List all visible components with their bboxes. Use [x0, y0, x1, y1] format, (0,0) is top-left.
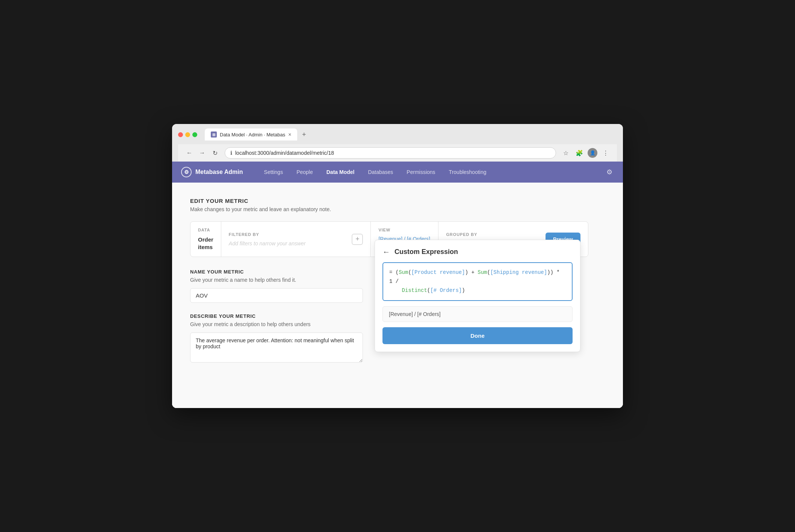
qb-filter-section: FILTERED BY Add filters to narrow your a…: [221, 222, 371, 257]
page-main: EDIT YOUR METRIC Make changes to your me…: [190, 198, 588, 364]
page-subtitle: Make changes to your metric and leave an…: [190, 206, 588, 212]
description-textarea[interactable]: The average revenue per order. Attention…: [190, 332, 363, 363]
tab-close-button[interactable]: ×: [288, 131, 291, 138]
bookmark-icon[interactable]: ☆: [561, 148, 571, 158]
brand-icon: ⚙: [181, 167, 192, 177]
expr-field3: [# Orders]: [430, 287, 462, 293]
browser-toolbar: ← → ↻ ℹ localhost:3000/admin/datamodel/m…: [178, 144, 617, 162]
metric-name-input[interactable]: [190, 288, 363, 303]
nav-buttons: ← → ↻: [184, 148, 220, 158]
nav-data-model[interactable]: Data Model: [320, 166, 361, 178]
address-bar[interactable]: ℹ localhost:3000/admin/datamodel/metric/…: [225, 147, 556, 159]
filter-placeholder: Add filters to narrow your answer: [229, 240, 306, 246]
data-label: DATA: [198, 228, 213, 232]
browser-tabs: ⊞ Data Model · Admin · Metabas × +: [205, 128, 309, 141]
url-text: localhost:3000/admin/datamodel/metric/18: [235, 150, 334, 156]
browser-window: ⊞ Data Model · Admin · Metabas × + ← → ↻…: [172, 124, 623, 408]
brand-name: Metabase Admin: [195, 169, 243, 175]
popup-back-button[interactable]: ←: [382, 248, 390, 256]
expr-func1: Sum: [399, 269, 408, 275]
browser-controls: ⊞ Data Model · Admin · Metabas × +: [178, 128, 617, 141]
settings-gear-icon[interactable]: ⚙: [605, 166, 614, 178]
expr-paren1: (: [408, 269, 411, 275]
done-button[interactable]: Done: [382, 327, 573, 344]
popup-header: ← Custom Expression: [382, 248, 573, 256]
nav-people[interactable]: People: [290, 166, 319, 178]
expr-field2: [Shipping revenue]: [490, 269, 547, 275]
view-label: VIEW: [378, 228, 431, 232]
admin-nav-right: ⚙: [605, 166, 614, 178]
menu-icon[interactable]: ⋮: [600, 148, 611, 158]
tab-title: Data Model · Admin · Metabas: [220, 132, 285, 138]
popup-title: Custom Expression: [394, 248, 458, 256]
avatar[interactable]: 👤: [588, 148, 597, 158]
admin-brand: ⚙ Metabase Admin: [181, 167, 243, 177]
admin-nav-links: Settings People Data Model Databases Per…: [258, 166, 605, 178]
expression-suggestion[interactable]: [Revenue] / [# Orders]: [382, 306, 573, 322]
nav-permissions[interactable]: Permissions: [401, 166, 441, 178]
traffic-lights: [178, 132, 197, 137]
expression-editor[interactable]: = (Sum([Product revenue]) + Sum([Shippin…: [382, 262, 573, 301]
tab-favicon: ⊞: [211, 131, 217, 138]
active-tab[interactable]: ⊞ Data Model · Admin · Metabas ×: [205, 128, 297, 141]
qb-data-section: DATA Order items: [190, 222, 221, 257]
page-content: EDIT YOUR METRIC Make changes to your me…: [172, 183, 623, 408]
refresh-button[interactable]: ↻: [210, 148, 220, 158]
grouped-label: GROUPED BY: [446, 232, 515, 237]
close-button[interactable]: [178, 132, 183, 137]
browser-chrome: ⊞ Data Model · Admin · Metabas × + ← → ↻…: [172, 124, 623, 162]
nav-settings[interactable]: Settings: [258, 166, 289, 178]
expr-field1: [Product revenue]: [411, 269, 465, 275]
filter-add-button[interactable]: +: [352, 234, 363, 245]
maximize-button[interactable]: [192, 132, 197, 137]
page-title: EDIT YOUR METRIC: [190, 198, 588, 204]
extensions-icon[interactable]: 🧩: [574, 148, 585, 158]
nav-databases[interactable]: Databases: [362, 166, 399, 178]
filter-label: FILTERED BY: [229, 232, 306, 237]
admin-nav: ⚙ Metabase Admin Settings People Data Mo…: [172, 162, 623, 183]
toolbar-actions: ☆ 🧩 👤 ⋮: [561, 148, 611, 158]
expr-equals: = (: [389, 269, 399, 275]
minimize-button[interactable]: [185, 132, 190, 137]
expr-func2: Sum: [478, 269, 487, 275]
back-arrow-icon: ←: [382, 248, 390, 256]
expr-func3: Distinct: [389, 287, 427, 293]
query-builder: DATA Order items FILTERED BY Add filters…: [190, 221, 588, 257]
nav-troubleshooting[interactable]: Troubleshooting: [443, 166, 493, 178]
data-value[interactable]: Order items: [198, 236, 213, 251]
app-content: ⚙ Metabase Admin Settings People Data Mo…: [172, 162, 623, 408]
back-button[interactable]: ←: [184, 148, 195, 158]
forward-button[interactable]: →: [197, 148, 207, 158]
secure-icon: ℹ: [230, 150, 232, 156]
new-tab-button[interactable]: +: [299, 129, 309, 140]
custom-expression-popup: ← Custom Expression = (Sum([Product reve…: [375, 240, 580, 352]
